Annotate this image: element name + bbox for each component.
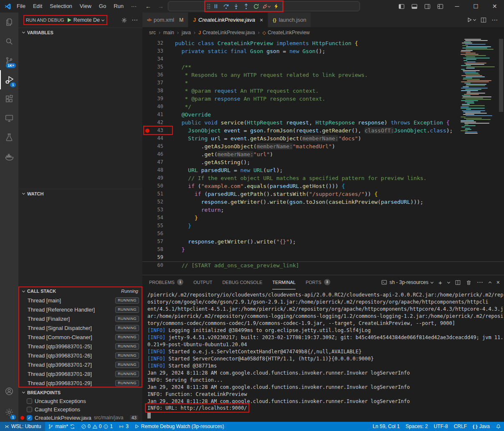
call-stack-thread[interactable]: Thread [Common-Cleaner]RUNNING: [18, 332, 142, 342]
breadcrumb-item[interactable]: java: [182, 30, 191, 35]
encoding-indicator[interactable]: UTF-8: [431, 422, 451, 431]
code-line[interactable]: 59: [142, 254, 504, 261]
menu-edit[interactable]: Edit: [29, 0, 46, 13]
step-over-icon[interactable]: [221, 2, 231, 11]
views-more-icon[interactable]: ⋯: [132, 16, 138, 24]
menu-run[interactable]: Run: [110, 0, 127, 13]
breadcrumb-item[interactable]: src: [149, 30, 156, 35]
nav-forward-icon[interactable]: →: [158, 3, 164, 10]
variables-section-header[interactable]: VARIABLES: [18, 28, 142, 37]
code-line[interactable]: 37 *: [142, 79, 504, 87]
eol-indicator[interactable]: CRLF: [451, 422, 470, 431]
step-into-icon[interactable]: [231, 2, 241, 11]
code-line[interactable]: 58 }: [142, 246, 504, 254]
editor-gutter[interactable]: 33: [142, 47, 169, 55]
code-line[interactable]: 54 }: [142, 214, 504, 222]
git-branch-indicator[interactable]: main*: [45, 422, 78, 431]
step-out-icon[interactable]: [241, 2, 251, 11]
menu-overflow[interactable]: ···: [127, 0, 140, 13]
call-stack-thread[interactable]: Thread [qtp399683701-25]RUNNING: [18, 342, 142, 351]
tab-createlinkpreview-java[interactable]: J CreateLinkPreview.java ×: [188, 13, 268, 27]
indentation-indicator[interactable]: Spaces: 2: [403, 422, 431, 431]
call-stack-thread[interactable]: Thread [Signal Dispatcher]RUNNING: [18, 323, 142, 332]
breakpoint-item[interactable]: Caught Exceptions: [18, 405, 142, 413]
editor-gutter[interactable]: 36: [142, 71, 169, 79]
editor-gutter[interactable]: 38: [142, 87, 169, 95]
editor-gutter[interactable]: 32: [142, 39, 169, 47]
code-line[interactable]: 35 /**: [142, 63, 504, 71]
terminal-dropdown-icon[interactable]: [447, 280, 450, 283]
notifications-bell-icon[interactable]: [493, 422, 504, 431]
editor-gutter[interactable]: 57: [142, 238, 169, 246]
code-line[interactable]: 41 @Override: [142, 111, 504, 119]
tab-launch-json[interactable]: {} launch.json: [268, 13, 311, 27]
code-line[interactable]: 46 .get(memberName:"url"): [142, 150, 504, 158]
drag-handle[interactable]: [207, 3, 211, 9]
call-stack-thread[interactable]: Thread [qtp399683701-28]RUNNING: [18, 369, 142, 378]
code-line[interactable]: 33 private static final Gson gson = new …: [142, 47, 504, 55]
call-stack-thread[interactable]: Thread [Finalizer]RUNNING: [18, 314, 142, 323]
editor-gutter[interactable]: 44: [142, 134, 169, 142]
breadcrumb-item[interactable]: main: [163, 30, 174, 35]
editor-gutter[interactable]: 43: [142, 127, 169, 134]
maximize-button[interactable]: ☐: [466, 0, 485, 13]
editor-gutter[interactable]: 39: [142, 95, 169, 103]
debug-status[interactable]: Remote Debug Watch (3p-resources): [132, 422, 227, 431]
kill-terminal-icon[interactable]: [466, 280, 471, 285]
editor-gutter[interactable]: 35: [142, 63, 169, 71]
terminal-output[interactable]: /pierrick/.m2/repository/io/cloudevents/…: [142, 289, 504, 422]
editor-gutter[interactable]: 47: [142, 158, 169, 166]
breadcrumb-item[interactable]: JCreateLinkPreview.java: [198, 30, 255, 35]
language-indicator[interactable]: { }Java: [470, 422, 493, 431]
call-stack-section-header[interactable]: CALL STACK Running: [18, 286, 142, 296]
call-stack-thread[interactable]: Thread [qtp399683701-29]RUNNING: [18, 378, 142, 388]
editor-gutter[interactable]: 45: [142, 142, 169, 150]
toggle-panel-icon[interactable]: [411, 3, 418, 10]
start-debug-icon[interactable]: [68, 18, 71, 22]
code-line[interactable]: 43 JsonObject event = gson.fromJson(requ…: [142, 127, 504, 134]
breakpoint-item[interactable]: Uncaught Exceptions: [18, 397, 142, 405]
call-stack-thread[interactable]: Thread [main]RUNNING: [18, 296, 142, 305]
menu-view[interactable]: View: [76, 0, 95, 13]
restart-icon[interactable]: [251, 2, 261, 11]
panel-more-icon[interactable]: ⋯: [477, 279, 484, 286]
docker-icon[interactable]: [0, 147, 18, 166]
debug-config-dropdown[interactable]: Remote De: [68, 17, 104, 23]
call-stack-thread[interactable]: Thread [qtp399683701-27]RUNNING: [18, 360, 142, 369]
editor-gutter[interactable]: 42: [142, 119, 169, 127]
cursor-position[interactable]: Ln 59, Col 1: [370, 422, 403, 431]
code-line[interactable]: 40 */: [142, 103, 504, 111]
code-line[interactable]: 34: [142, 55, 504, 63]
breakpoint-checkbox[interactable]: ✓: [27, 415, 32, 421]
editor-gutter[interactable]: 52: [142, 198, 169, 206]
code-line[interactable]: 47 .getAsString();: [142, 158, 504, 166]
pause-icon[interactable]: [211, 2, 221, 11]
editor-gutter[interactable]: 50: [142, 182, 169, 190]
close-panel-icon[interactable]: ×: [496, 279, 500, 286]
editor-gutter[interactable]: 51: [142, 190, 169, 198]
breakpoints-section-header[interactable]: BREAKPOINTS: [18, 388, 142, 397]
forwarded-ports-indicator[interactable]: 3: [116, 422, 132, 431]
split-terminal-icon[interactable]: [455, 280, 461, 285]
nav-back-icon[interactable]: ←: [145, 3, 151, 10]
editor-scrollbar[interactable]: [498, 38, 504, 275]
code-line[interactable]: 60 // [START add_ons_case_preview_link]: [142, 261, 504, 269]
code-line[interactable]: 45 .getAsJsonObject(memberName:"matchedU…: [142, 142, 504, 150]
code-editor[interactable]: 32public class CreateLinkPreview impleme…: [142, 38, 504, 275]
new-terminal-icon[interactable]: +: [438, 279, 442, 286]
editor-gutter[interactable]: 41: [142, 111, 169, 119]
code-line[interactable]: 56: [142, 230, 504, 238]
minimize-button[interactable]: ─: [448, 0, 466, 13]
remote-indicator[interactable]: WSL: Ubuntu: [0, 422, 45, 431]
breakpoint-item[interactable]: ✓CreateLinkPreview.javasrc/main/java43: [18, 413, 142, 422]
editor-gutter[interactable]: 40: [142, 103, 169, 111]
maximize-panel-icon[interactable]: [489, 281, 491, 284]
editor-gutter[interactable]: 54: [142, 214, 169, 222]
call-stack-thread[interactable]: Thread [qtp399683701-26]RUNNING: [18, 351, 142, 360]
editor-gutter[interactable]: 34: [142, 55, 169, 63]
panel-tab-debug-console[interactable]: DEBUG CONSOLE: [222, 275, 262, 289]
extensions-icon[interactable]: [0, 89, 18, 109]
panel-tab-output[interactable]: OUTPUT: [193, 275, 212, 289]
call-stack-thread[interactable]: Thread [Reference Handler]RUNNING: [18, 305, 142, 314]
code-line[interactable]: 51 if (parsedURL.getPath().startsWith("/…: [142, 190, 504, 198]
